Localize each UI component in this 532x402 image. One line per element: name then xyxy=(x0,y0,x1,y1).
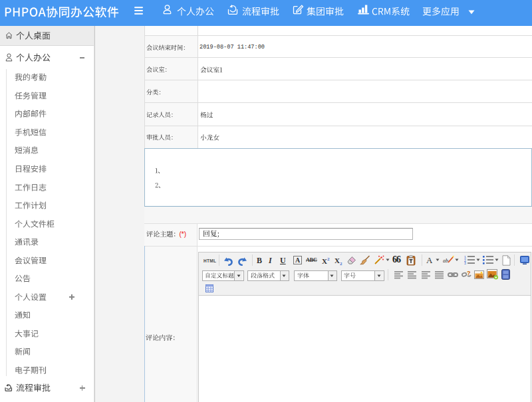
svg-text:3: 3 xyxy=(464,261,466,264)
svg-text:ab: ab xyxy=(443,258,448,264)
svg-text:?: ? xyxy=(467,270,471,276)
